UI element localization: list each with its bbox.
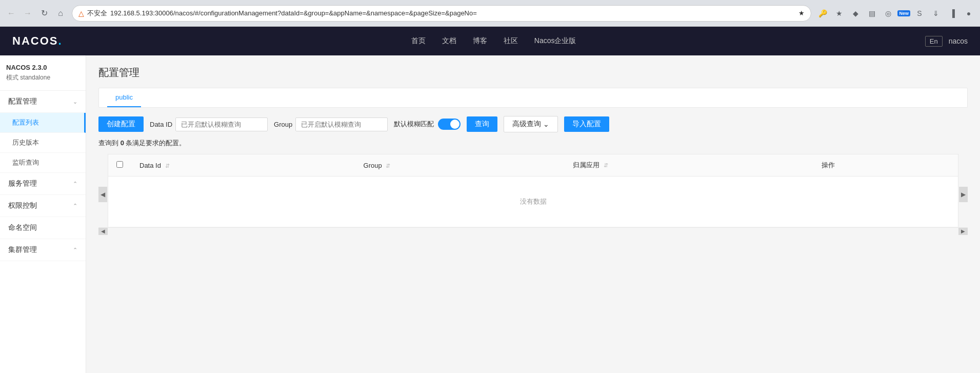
logo-nacos: NACOS <box>12 34 58 47</box>
th-action: 操作 <box>813 154 958 176</box>
namespace-tabs: public <box>98 88 968 108</box>
advanced-query-chevron-icon: ⌄ <box>543 120 549 128</box>
forward-button[interactable]: → <box>21 6 35 21</box>
namespace-label: 命名空间 <box>8 223 37 232</box>
scroll-left-arrow[interactable]: ◀ <box>98 187 107 202</box>
cluster-management-label: 集群管理 <box>8 245 37 254</box>
star-icon[interactable]: ★ <box>798 9 805 17</box>
s-icon[interactable]: S <box>912 6 927 21</box>
sidebar-header: NACOS 2.3.0 模式 standalone <box>0 55 86 91</box>
service-management-label: 服务管理 <box>8 179 37 188</box>
data-id-group: Data ID <box>150 117 268 131</box>
import-config-button[interactable]: 导入配置 <box>564 116 609 132</box>
data-id-label: Data ID <box>150 121 172 128</box>
app-wrapper: NACOS. 首页 文档 博客 社区 Nacos企业版 En nacos NAC… <box>0 27 980 373</box>
toggle-slider <box>438 119 461 130</box>
lang-button[interactable]: En <box>925 36 943 47</box>
nacos-logo: NACOS. <box>12 34 63 48</box>
profile-icon[interactable]: ● <box>962 6 976 21</box>
sidebar-item-listener[interactable]: 监听查询 <box>0 153 86 173</box>
cluster-chevron-icon: ⌃ <box>73 247 77 253</box>
namespace-tab-public[interactable]: public <box>107 88 141 107</box>
scroll-right-arrow[interactable]: ▶ <box>959 187 968 202</box>
address-bar[interactable]: △ 不安全 192.168.5.193:30006/nacos/#/config… <box>72 5 811 22</box>
nav-enterprise[interactable]: Nacos企业版 <box>534 36 576 46</box>
location-icon[interactable]: ◎ <box>881 6 895 21</box>
group-input[interactable] <box>295 117 388 131</box>
group-label: Group <box>274 121 292 128</box>
scroll-track[interactable] <box>108 228 958 235</box>
extensions-icon[interactable]: ▤ <box>865 6 879 21</box>
table-container: ◀ Data Id ⇵ <box>98 154 968 234</box>
data-id-input[interactable] <box>175 117 268 131</box>
extension-icon[interactable]: ◆ <box>848 6 863 21</box>
page-content: 配置管理 public 创建配置 Data ID Group 默认模糊匹配 <box>86 55 980 373</box>
scrollbar-right-btn[interactable]: ▶ <box>958 228 968 235</box>
security-warning-text: 不安全 <box>87 9 107 18</box>
sidebar-section-service: 服务管理 ⌃ <box>0 173 86 195</box>
nav-docs[interactable]: 文档 <box>442 36 456 46</box>
result-prefix: 查询到 <box>98 139 118 147</box>
logo-text: NACOS. <box>12 34 63 48</box>
result-text: 查询到 0 条满足要求的配置。 <box>98 139 968 148</box>
result-count: 0 <box>121 139 124 147</box>
fuzzy-match-label: 默认模糊匹配 <box>394 120 434 129</box>
query-button[interactable]: 查询 <box>467 116 497 132</box>
config-management-header[interactable]: 配置管理 ⌄ <box>0 91 86 113</box>
cluster-management-header[interactable]: 集群管理 ⌃ <box>0 239 86 261</box>
sidebar: NACOS 2.3.0 模式 standalone 配置管理 ⌄ 配置列表 历史… <box>0 55 86 373</box>
result-suffix: 条满足要求的配置。 <box>126 139 186 147</box>
table-scroll-wrapper: Data Id ⇵ Group ⇵ 归属应用 ⇵ <box>108 154 958 227</box>
th-data-id-label: Data Id <box>139 162 161 169</box>
sidebar-section-cluster: 集群管理 ⌃ <box>0 239 86 261</box>
service-management-header[interactable]: 服务管理 ⌃ <box>0 173 86 195</box>
page-title: 配置管理 <box>98 66 968 80</box>
auth-control-label: 权限控制 <box>8 201 37 210</box>
sidebar-section-namespace: 命名空间 <box>0 217 86 239</box>
empty-text: 没有数据 <box>520 198 547 205</box>
create-config-button[interactable]: 创建配置 <box>98 116 144 132</box>
th-app: 归属应用 ⇵ <box>565 154 813 176</box>
bookmark-icon[interactable]: ★ <box>832 6 846 21</box>
advanced-query-label: 高级查询 <box>512 120 541 129</box>
scrollbar-left-btn[interactable]: ◀ <box>98 228 108 235</box>
table-empty-row: 没有数据 <box>108 176 958 227</box>
top-nav-links: 首页 文档 博客 社区 Nacos企业版 <box>411 36 576 46</box>
back-button[interactable]: ← <box>4 6 18 21</box>
sidebar-section-auth: 权限控制 ⌃ <box>0 195 86 217</box>
advanced-query-button[interactable]: 高级查询 ⌄ <box>504 116 558 132</box>
config-management-label: 配置管理 <box>8 97 37 106</box>
top-navbar: NACOS. 首页 文档 博客 社区 Nacos企业版 En nacos <box>0 27 980 55</box>
nav-home[interactable]: 首页 <box>411 36 426 46</box>
nav-blog[interactable]: 博客 <box>473 36 487 46</box>
download-icon[interactable]: ⇓ <box>929 6 943 21</box>
app-sort-icon[interactable]: ⇵ <box>604 162 608 168</box>
home-button[interactable]: ⌂ <box>53 6 68 21</box>
password-icon[interactable]: 🔑 <box>815 6 830 21</box>
sidebar-version: NACOS 2.3.0 <box>6 64 79 71</box>
sidebar-toggle-icon[interactable]: ▐ <box>945 6 959 21</box>
data-id-sort-icon[interactable]: ⇵ <box>165 163 170 169</box>
nav-community[interactable]: 社区 <box>504 36 518 46</box>
config-table: Data Id ⇵ Group ⇵ 归属应用 ⇵ <box>108 154 958 227</box>
auth-control-header[interactable]: 权限控制 ⌃ <box>0 195 86 217</box>
browser-chrome: ← → ↻ ⌂ △ 不安全 192.168.5.193:30006/nacos/… <box>0 0 980 27</box>
top-nav-right: En nacos <box>925 36 968 47</box>
main-content: NACOS 2.3.0 模式 standalone 配置管理 ⌄ 配置列表 历史… <box>0 55 980 373</box>
th-action-label: 操作 <box>822 161 835 169</box>
fuzzy-match-group: 默认模糊匹配 <box>394 119 461 130</box>
fuzzy-match-toggle[interactable] <box>438 119 461 130</box>
security-warning-icon: △ <box>78 9 84 17</box>
username-text: nacos <box>949 37 968 45</box>
th-checkbox <box>108 154 132 176</box>
sidebar-item-config-list[interactable]: 配置列表 <box>0 113 86 133</box>
empty-cell: 没有数据 <box>108 176 958 227</box>
namespace-header[interactable]: 命名空间 <box>0 217 86 239</box>
group-sort-icon[interactable]: ⇵ <box>386 163 390 169</box>
sidebar-item-history[interactable]: 历史版本 <box>0 133 86 153</box>
service-chevron-icon: ⌃ <box>73 181 77 187</box>
browser-toolbar: 🔑 ★ ◆ ▤ ◎ New S ⇓ ▐ ● <box>815 6 976 21</box>
select-all-checkbox[interactable] <box>116 161 123 168</box>
reload-button[interactable]: ↻ <box>37 6 51 21</box>
th-group: Group ⇵ <box>355 154 565 176</box>
